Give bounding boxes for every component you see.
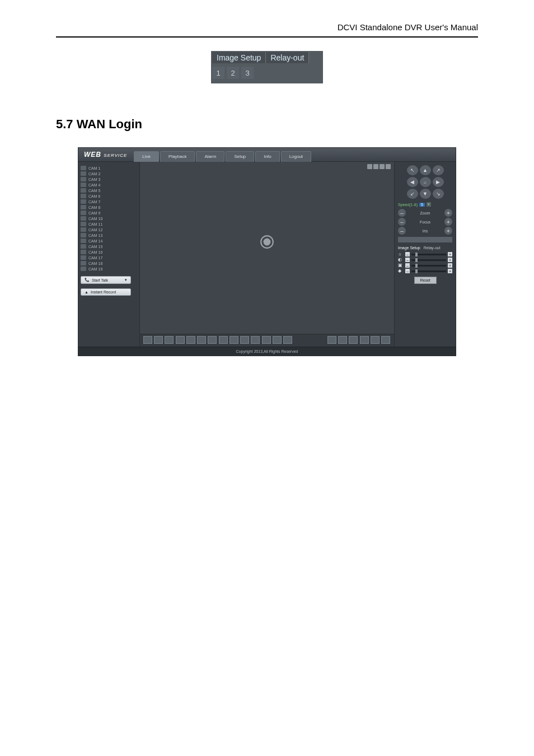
relay-2[interactable]: 2 [227, 67, 239, 79]
layout-icon[interactable] [165, 336, 174, 344]
focus-plus-icon[interactable]: + [444, 218, 452, 226]
brightness-slider[interactable]: ☼ – + [398, 252, 452, 256]
tool-icon[interactable] [381, 336, 390, 344]
camera-label: CAM 7 [88, 200, 100, 204]
camera-item[interactable]: CAM 1 [81, 165, 137, 171]
layout-icon[interactable] [154, 336, 163, 344]
camera-item[interactable]: CAM 17 [81, 255, 137, 260]
play-icon[interactable] [259, 235, 275, 252]
camera-item[interactable]: CAM 15 [81, 244, 137, 249]
layout-icon[interactable] [229, 336, 238, 344]
camera-item[interactable]: CAM 6 [81, 193, 137, 199]
ptz-up-icon[interactable]: ▲ [420, 165, 431, 175]
ptz-down-left-icon[interactable]: ↙ [407, 189, 418, 199]
camera-item[interactable]: CAM 4 [81, 182, 137, 188]
plus-icon[interactable]: + [448, 258, 452, 262]
camera-item[interactable]: CAM 16 [81, 249, 137, 255]
layout-icon[interactable] [197, 336, 206, 344]
camera-item[interactable]: CAM 8 [81, 204, 137, 210]
camera-item[interactable]: CAM 11 [81, 221, 137, 227]
corner-icon[interactable] [373, 164, 378, 169]
speed-dropdown-icon[interactable]: ▾ [427, 202, 431, 207]
plus-icon[interactable]: + [448, 269, 452, 273]
layout-icon[interactable] [208, 336, 217, 344]
camera-item[interactable]: CAM 5 [81, 188, 137, 193]
reset-button[interactable]: Reset [414, 277, 437, 284]
layout-icon[interactable] [219, 336, 228, 344]
ptz-right-icon[interactable]: ▶ [433, 177, 444, 187]
tab-setup[interactable]: Setup [226, 151, 254, 162]
tab-alarm[interactable]: Alarm [196, 151, 224, 162]
camera-item[interactable]: CAM 13 [81, 232, 137, 238]
tool-icon[interactable] [327, 336, 336, 344]
tab-logout[interactable]: Logout [281, 151, 311, 162]
layout-icon[interactable] [283, 336, 292, 344]
mini-tab-relay-out[interactable]: Relay-out [266, 52, 309, 63]
camera-item[interactable]: CAM 19 [81, 266, 137, 272]
layout-icon[interactable] [186, 336, 195, 344]
plus-icon[interactable]: + [448, 252, 452, 256]
ptz-up-right-icon[interactable]: ↗ [433, 165, 444, 175]
layout-icon[interactable] [262, 336, 271, 344]
camera-item[interactable]: CAM 10 [81, 216, 137, 221]
corner-icon[interactable] [380, 164, 385, 169]
ptz-up-left-icon[interactable]: ↖ [407, 165, 418, 175]
relay-3[interactable]: 3 [241, 67, 254, 79]
minus-icon[interactable]: – [405, 252, 410, 256]
speed-value[interactable]: 5 [419, 203, 425, 207]
ptz-down-right-icon[interactable]: ↘ [433, 189, 444, 199]
camera-item[interactable]: CAM 14 [81, 238, 137, 244]
tool-icon[interactable] [349, 336, 358, 344]
start-talk-label: Start Talk [92, 278, 108, 282]
minus-icon[interactable]: – [405, 263, 410, 268]
tool-icon[interactable] [371, 336, 380, 344]
layout-icon[interactable] [143, 336, 152, 344]
zoom-plus-icon[interactable]: + [444, 209, 452, 217]
iris-minus-icon[interactable]: – [398, 227, 406, 235]
corner-icon[interactable] [386, 164, 391, 169]
zoom-minus-icon[interactable]: – [398, 209, 406, 217]
relay-1[interactable]: 1 [212, 67, 224, 79]
camera-item[interactable]: CAM 12 [81, 227, 137, 232]
layout-icon[interactable] [251, 336, 260, 344]
camera-label: CAM 13 [88, 234, 102, 237]
layout-icon[interactable] [176, 336, 185, 344]
minus-icon[interactable]: – [405, 269, 410, 273]
iris-plus-icon[interactable]: + [444, 227, 452, 235]
ptz-dropdown[interactable] [398, 237, 452, 242]
plus-icon[interactable]: + [448, 263, 452, 268]
tab-playback[interactable]: Playback [160, 151, 195, 162]
minus-icon[interactable]: – [405, 258, 410, 262]
hue-slider[interactable]: ▣ – + [398, 263, 452, 268]
start-talk-button[interactable]: 📞 Start Talk ▾ [81, 276, 131, 284]
mini-tab-image-setup[interactable]: Image Setup [212, 52, 266, 63]
camera-label: CAM 9 [88, 211, 100, 215]
tool-icon[interactable] [338, 336, 347, 344]
camera-item[interactable]: CAM 2 [81, 171, 137, 176]
ptz-down-icon[interactable]: ▼ [420, 189, 431, 199]
ptz-center-icon[interactable]: ⌕ [420, 177, 431, 187]
instant-record-button[interactable]: ▲ Instant Record [81, 288, 131, 296]
layout-icon[interactable] [240, 336, 249, 344]
camera-item[interactable]: CAM 7 [81, 199, 137, 204]
iris-label: Iris [423, 229, 428, 233]
tool-icon[interactable] [360, 336, 369, 344]
contrast-slider[interactable]: ◐ – + [398, 258, 452, 262]
camera-icon [81, 183, 86, 187]
ptz-left-icon[interactable]: ◀ [407, 177, 418, 187]
camera-item[interactable]: CAM 3 [81, 176, 137, 182]
tab-info[interactable]: Info [255, 151, 279, 162]
right-tab-image-setup[interactable]: Image Setup [398, 246, 420, 250]
saturation-slider[interactable]: ◆ – + [398, 269, 452, 273]
camera-icon [81, 222, 86, 226]
focus-minus-icon[interactable]: – [398, 218, 406, 226]
layout-icon[interactable] [273, 336, 282, 344]
corner-icon[interactable] [367, 164, 372, 169]
right-tab-relay-out[interactable]: Relay-out [424, 246, 441, 250]
camera-label: CAM 1 [88, 166, 100, 170]
camera-item[interactable]: CAM 9 [81, 210, 137, 216]
tab-live[interactable]: Live [134, 151, 159, 162]
camera-item[interactable]: CAM 18 [81, 260, 137, 266]
page-header: DCVI Standalone DVR User's Manual [56, 22, 478, 32]
focus-label: Focus [420, 220, 430, 224]
